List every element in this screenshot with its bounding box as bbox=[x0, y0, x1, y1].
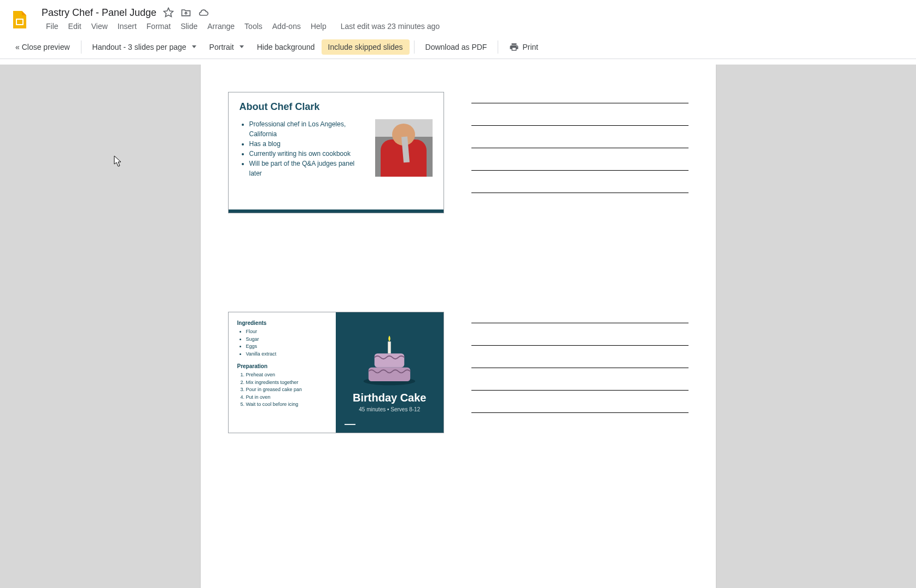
chevron-down-icon bbox=[240, 45, 244, 48]
print-label: Print bbox=[522, 43, 538, 51]
menu-slide[interactable]: Slide bbox=[176, 20, 202, 33]
menu-insert[interactable]: Insert bbox=[113, 20, 141, 33]
separator bbox=[414, 40, 415, 54]
menu-view[interactable]: View bbox=[87, 20, 112, 33]
print-icon bbox=[509, 42, 519, 52]
svg-rect-1 bbox=[17, 20, 22, 24]
chevron-down-icon bbox=[192, 45, 196, 48]
download-pdf-label: Download as PDF bbox=[425, 43, 487, 51]
print-preview-toolbar: « Close preview Handout - 3 slides per p… bbox=[0, 35, 916, 59]
include-skipped-label: Include skipped slides bbox=[328, 43, 403, 51]
include-skipped-toggle[interactable]: Include skipped slides bbox=[322, 39, 410, 55]
close-preview-button[interactable]: « Close preview bbox=[9, 39, 77, 55]
app-header: Pastry Chef - Panel Judge File Edit View… bbox=[0, 0, 916, 35]
menu-arrange[interactable]: Arrange bbox=[203, 20, 239, 33]
menu-bar: File Edit View Insert Format Slide Arran… bbox=[42, 20, 907, 33]
download-pdf-button[interactable]: Download as PDF bbox=[419, 39, 494, 55]
star-icon[interactable] bbox=[163, 7, 174, 18]
print-button[interactable]: Print bbox=[503, 39, 545, 55]
hide-bg-label: Hide background bbox=[257, 43, 315, 51]
orientation-dropdown[interactable]: Portrait bbox=[203, 39, 250, 55]
handout-dropdown[interactable]: Handout - 3 slides per page bbox=[86, 39, 203, 55]
title-row: Pastry Chef - Panel Judge bbox=[42, 7, 907, 19]
menu-tools[interactable]: Tools bbox=[240, 20, 267, 33]
svg-marker-2 bbox=[164, 8, 173, 17]
slides-logo bbox=[9, 9, 31, 31]
header-content: Pastry Chef - Panel Judge File Edit View… bbox=[42, 7, 907, 33]
separator bbox=[498, 40, 498, 54]
handout-label: Handout - 3 slides per page bbox=[92, 43, 186, 51]
menu-help[interactable]: Help bbox=[306, 20, 331, 33]
move-folder-icon[interactable] bbox=[180, 7, 191, 18]
last-edit-text[interactable]: Last edit was 23 minutes ago bbox=[341, 22, 440, 31]
separator bbox=[81, 40, 81, 54]
close-preview-label: « Close preview bbox=[15, 43, 70, 51]
document-title[interactable]: Pastry Chef - Panel Judge bbox=[42, 7, 156, 19]
menu-edit[interactable]: Edit bbox=[64, 20, 86, 33]
menu-format[interactable]: Format bbox=[142, 20, 175, 33]
menu-file[interactable]: File bbox=[42, 20, 63, 33]
hide-background-toggle[interactable]: Hide background bbox=[250, 39, 322, 55]
menu-addons[interactable]: Add-ons bbox=[268, 20, 305, 33]
cloud-saved-icon[interactable] bbox=[198, 7, 209, 18]
orientation-label: Portrait bbox=[209, 43, 234, 51]
